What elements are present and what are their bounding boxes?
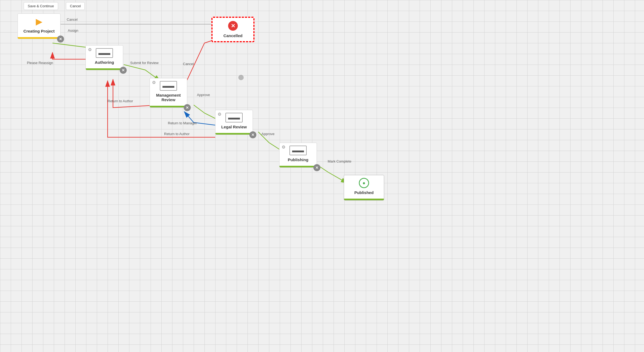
creating-project-delete[interactable]: ✕ xyxy=(57,36,64,43)
cancelled-node[interactable]: ✕ Cancelled xyxy=(211,17,254,42)
management-review-label: ManagementReview xyxy=(156,93,181,102)
edge-label-cancel-top: Cancel xyxy=(67,17,77,22)
cursor xyxy=(238,75,244,80)
save-continue-button[interactable]: Save & Continue xyxy=(24,2,58,10)
edge-label-cancel-mgmt: Cancel xyxy=(183,62,194,66)
legal-review-label: Legal Review xyxy=(221,125,247,129)
edge-label-assign: Assign xyxy=(68,29,78,33)
publishing-task-icon: ▬▬ xyxy=(289,146,307,155)
mgmt-task-icon: ▬▬ xyxy=(160,81,177,91)
mgmt-delete[interactable]: ✕ xyxy=(184,104,191,111)
publishing-delete[interactable]: ✕ xyxy=(313,164,320,171)
authoring-task-icon: ▬▬ xyxy=(96,48,113,58)
creating-project-node[interactable]: ▶ Creating Project ✕ xyxy=(17,13,61,39)
authoring-delete[interactable]: ✕ xyxy=(120,67,127,74)
publishing-bar xyxy=(279,166,317,167)
publishing-label: Publishing xyxy=(288,157,309,162)
creating-project-bar xyxy=(18,37,60,39)
published-label: Published xyxy=(354,190,374,195)
published-bar xyxy=(344,199,384,200)
authoring-label: Authoring xyxy=(95,60,114,65)
mgmt-bar xyxy=(150,106,187,107)
edge-label-return-manager: Return to Manager xyxy=(168,121,197,125)
edge-label-return-author-legal: Return to Author xyxy=(164,132,190,136)
publishing-gear-icon[interactable]: ⚙ xyxy=(282,145,285,150)
workflow-canvas: Save & Continue Cancel Cancel Assign Ple… xyxy=(0,0,644,352)
authoring-gear-icon[interactable]: ⚙ xyxy=(88,47,92,52)
legal-task-icon: ▬▬ xyxy=(225,113,243,122)
edge-label-submit-review: Submit for Review xyxy=(130,61,158,65)
management-review-node[interactable]: ⚙ ▬▬ ManagementReview ✕ xyxy=(150,78,187,108)
authoring-node[interactable]: ⚙ ▬▬ Authoring ✕ xyxy=(86,45,123,70)
edge-label-please-reassign: Please Reassign xyxy=(27,61,53,65)
play-icon: ▶ xyxy=(36,16,43,27)
authoring-bar xyxy=(86,68,123,70)
cancelled-label: Cancelled xyxy=(224,33,243,38)
legal-gear-icon[interactable]: ⚙ xyxy=(218,112,221,117)
creating-project-label: Creating Project xyxy=(23,29,55,33)
cancel-button[interactable]: Cancel xyxy=(66,2,85,10)
legal-bar xyxy=(215,133,253,135)
edge-label-mark-complete: Mark Complete xyxy=(328,159,351,163)
legal-review-node[interactable]: ⚙ ▬▬ Legal Review ✕ xyxy=(215,110,253,135)
edge-label-return-author-mgmt: Return to Author xyxy=(108,99,133,103)
cancelled-x-icon: ✕ xyxy=(228,21,238,31)
legal-delete[interactable]: ✕ xyxy=(249,131,256,138)
published-stop-icon: ● xyxy=(359,178,369,188)
publishing-node[interactable]: ⚙ ▬▬ Publishing ✕ xyxy=(279,143,317,168)
edge-label-approve-legal: Approve xyxy=(261,132,274,136)
mgmt-gear-icon[interactable]: ⚙ xyxy=(152,80,156,85)
edge-label-approve-mgmt: Approve xyxy=(197,93,210,97)
published-node[interactable]: ● Published xyxy=(344,175,384,200)
